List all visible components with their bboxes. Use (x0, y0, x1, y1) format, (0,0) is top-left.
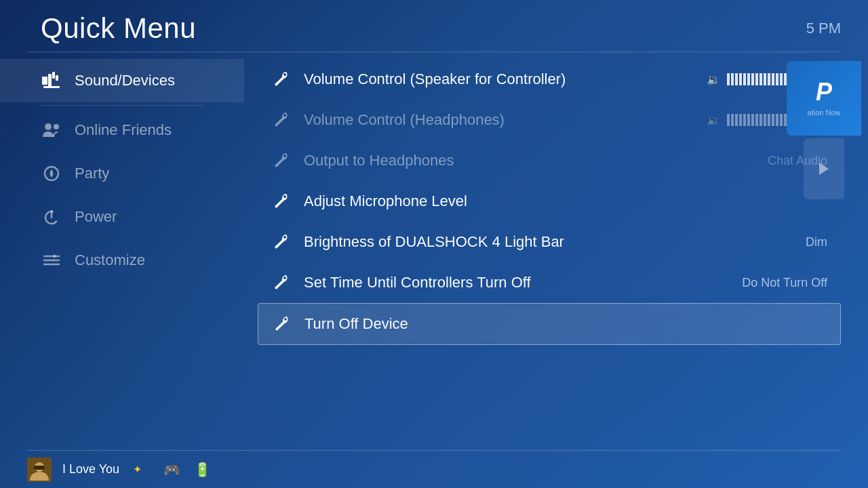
menu-value-brightness-lightbar: Dim (806, 235, 827, 249)
menu-item-adjust-mic[interactable]: Adjust Microphone Level (258, 181, 841, 222)
svg-point-5 (45, 123, 52, 130)
menu-item-turn-off-device[interactable]: Turn Off Device (258, 303, 841, 345)
ps-now-label: ation Now (805, 108, 844, 117)
sidebar-item-sound-devices[interactable]: Sound/Devices (0, 59, 244, 102)
sidebar-item-online-friends-label: Online Friends (75, 121, 172, 139)
menu-label-output-headphones: Output to Headphones (304, 152, 757, 169)
svg-rect-16 (34, 466, 45, 470)
sidebar-item-sound-devices-label: Sound/Devices (75, 72, 175, 89)
avatar (27, 458, 52, 482)
sidebar-item-power-label: Power (75, 208, 117, 226)
play-card[interactable] (804, 138, 844, 199)
menu-label-brightness-lightbar: Brightness of DUALSHOCK 4 Light Bar (304, 233, 795, 251)
svg-marker-17 (819, 163, 829, 175)
sidebar-item-customize[interactable]: Customize (0, 239, 244, 282)
menu-label-volume-speaker: Volume Control (Speaker for Controller) (304, 70, 696, 88)
main-container: Quick Menu 5 PM Sound/Devices (0, 0, 868, 488)
ps-plus-icon: ✦ (133, 463, 142, 476)
party-icon (41, 163, 62, 184)
sidebar-item-online-friends[interactable]: Online Friends (0, 108, 244, 152)
menu-item-output-headphones[interactable]: Output to Headphones Chat Audio (258, 140, 841, 181)
svg-rect-1 (48, 74, 52, 87)
speaker-icon-sm: 🔉 (707, 73, 720, 86)
top-bar: Quick Menu 5 PM (0, 0, 868, 52)
wrench-icon-lightbar (271, 231, 293, 253)
sidebar: Sound/Devices Online Friends (0, 52, 244, 450)
username: I Love You (62, 462, 119, 476)
menu-item-brightness-lightbar[interactable]: Brightness of DUALSHOCK 4 Light Bar Dim (258, 222, 841, 262)
sound-devices-icon (41, 70, 62, 92)
power-icon (41, 206, 62, 228)
customize-icon (41, 249, 62, 271)
menu-label-adjust-mic: Adjust Microphone Level (304, 192, 827, 210)
headphone-speaker-icon: 🔉 (707, 114, 720, 127)
ps-now-card[interactable]: P ation Now (787, 61, 861, 136)
main-content: Sound/Devices Online Friends (0, 52, 868, 450)
controller-icon: 🎮 (163, 462, 180, 478)
sidebar-item-customize-label: Customize (75, 251, 145, 269)
sidebar-item-power[interactable]: Power (0, 195, 244, 239)
right-panel: Volume Control (Speaker for Controller) … (244, 52, 868, 450)
svg-rect-4 (43, 86, 60, 88)
page-title: Quick Menu (41, 12, 196, 45)
menu-item-volume-speaker[interactable]: Volume Control (Speaker for Controller) … (258, 59, 841, 100)
menu-item-volume-headphones[interactable]: Volume Control (Headphones) 🔉 (258, 100, 841, 140)
bottom-bar: I Love You ✦ 🎮 🔋 (0, 451, 868, 488)
clock: 5 PM (806, 20, 841, 37)
wrench-icon-headphones (271, 109, 293, 131)
sidebar-divider-1 (41, 105, 203, 106)
svg-marker-13 (54, 254, 56, 258)
wrench-icon-time (271, 272, 293, 293)
svg-point-6 (54, 124, 59, 129)
svg-rect-0 (42, 77, 47, 85)
menu-label-volume-headphones: Volume Control (Headphones) (304, 111, 696, 129)
menu-item-set-time-controllers[interactable]: Set Time Until Controllers Turn Off Do N… (258, 262, 841, 303)
menu-label-turn-off-device: Turn Off Device (304, 315, 827, 333)
wrench-icon-output (271, 150, 293, 171)
battery-icon: 🔋 (194, 462, 211, 478)
wrench-icon-speaker (271, 68, 293, 90)
right-edge-panel: P ation Now (780, 61, 868, 199)
wrench-icon-mic (271, 190, 293, 212)
wrench-icon-turn-off (272, 313, 294, 335)
svg-rect-2 (52, 72, 55, 79)
menu-value-set-time-controllers: Do Not Turn Off (742, 276, 827, 290)
online-friends-icon (41, 119, 62, 141)
sidebar-item-party[interactable]: Party (0, 152, 244, 195)
menu-label-set-time-controllers: Set Time Until Controllers Turn Off (304, 274, 731, 291)
ps-logo: P (816, 80, 832, 104)
svg-rect-3 (56, 75, 58, 81)
sidebar-item-party-label: Party (75, 165, 109, 182)
